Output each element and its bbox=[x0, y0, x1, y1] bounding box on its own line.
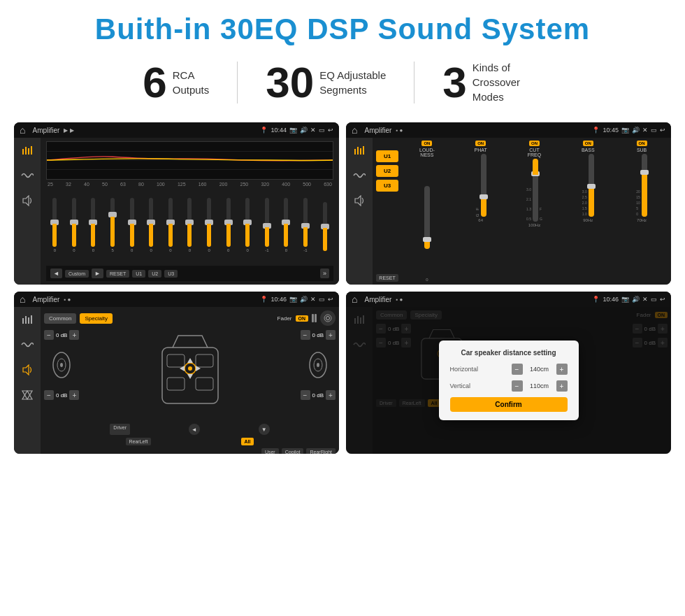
xover-controls-area: ON LOUD-NESS 0 ON PHAT G F bbox=[401, 141, 668, 282]
fader-home-icon: ⌂ bbox=[20, 294, 25, 305]
fader-slider-mini bbox=[312, 314, 317, 322]
dialog-horizontal-plus[interactable]: + bbox=[556, 364, 568, 375]
eq-slider-4[interactable]: 5 bbox=[110, 198, 115, 252]
eq-slider-13[interactable]: 0 bbox=[284, 198, 288, 252]
stat-crossover: 3 Kinds ofCrossover Modes bbox=[414, 60, 570, 104]
fader-on-btn[interactable]: ON bbox=[296, 315, 309, 322]
fader-screen-card: ⌂ Amplifier ▪ ● 📍 10:46 📷 🔊 ✕ ▭ ↩ bbox=[14, 292, 339, 454]
fader-specialty-tab[interactable]: Specialty bbox=[80, 313, 112, 324]
fader-right-bottom-val: 0 dB bbox=[312, 392, 324, 399]
fader-right-bottom-minus[interactable]: − bbox=[301, 390, 310, 400]
fader-rearright-btn[interactable]: RearRight bbox=[306, 448, 336, 454]
fader-sidebar-eq-icon[interactable] bbox=[19, 313, 36, 327]
fader-right-bottom-plus[interactable]: + bbox=[326, 390, 336, 400]
eq-slider-3[interactable]: 0 bbox=[91, 198, 95, 252]
fader-left-top-minus[interactable]: − bbox=[44, 330, 54, 340]
dialog-horizontal-label: Horizontal bbox=[450, 366, 479, 373]
xover-sidebar-eq-icon[interactable] bbox=[351, 143, 368, 157]
eq-slider-6[interactable]: 0 bbox=[149, 198, 153, 252]
dialog-horizontal-value: 140cm bbox=[526, 366, 554, 373]
eq-slider-11[interactable]: 0 bbox=[245, 198, 250, 252]
fader-right-top-plus[interactable]: + bbox=[326, 330, 336, 340]
fader-right-top-minus[interactable]: − bbox=[301, 330, 310, 340]
dist-vol-icon: 🔊 bbox=[632, 296, 640, 303]
dialog-horizontal-control: − 140cm + bbox=[512, 364, 568, 375]
xover-phat-on[interactable]: ON bbox=[475, 141, 486, 146]
eq-next-btn[interactable]: ► bbox=[92, 268, 103, 278]
dialog-horizontal-row: Horizontal − 140cm + bbox=[450, 364, 568, 375]
xover-u1-btn[interactable]: U1 bbox=[376, 150, 398, 162]
crossover-screen-card: ⌂ Amplifier ▪ ● 📍 10:45 📷 🔊 ✕ ▭ ↩ bbox=[346, 122, 671, 285]
fader-common-tab[interactable]: Common bbox=[44, 313, 76, 324]
eq-slider-10[interactable]: 0 bbox=[226, 198, 231, 252]
fader-copilot-btn[interactable]: Copilot bbox=[282, 448, 304, 454]
eq-cam-icon: 📷 bbox=[289, 127, 297, 134]
eq-u2-btn[interactable]: U2 bbox=[148, 270, 161, 278]
eq-slider-14[interactable]: -1 bbox=[303, 198, 308, 252]
eq-reset-btn[interactable]: RESET bbox=[106, 270, 129, 278]
xover-cutfreq-on[interactable]: ON bbox=[529, 141, 540, 146]
fader-left-bottom-minus[interactable]: − bbox=[44, 390, 54, 400]
fader-rec-icon: ▪ ● bbox=[64, 296, 71, 303]
dist-x-icon: ✕ bbox=[642, 296, 648, 303]
fader-settings-icon[interactable] bbox=[320, 310, 336, 326]
eq-prev-btn[interactable]: ◄ bbox=[50, 268, 62, 278]
xover-u3-btn[interactable]: U3 bbox=[376, 180, 398, 192]
eq-slider-2[interactable]: 0 bbox=[72, 198, 76, 252]
fader-sidebar-arrow-icon[interactable] bbox=[19, 388, 36, 402]
fader-left-col: − 0 dB + − bbox=[44, 330, 79, 400]
xover-sidebar-speaker-icon[interactable] bbox=[351, 194, 368, 208]
svg-rect-9 bbox=[357, 147, 359, 155]
fader-rearleft-btn[interactable]: RearLeft bbox=[126, 438, 152, 445]
eq-slider-5[interactable]: 0 bbox=[130, 198, 134, 252]
xover-sidebar-wave-icon[interactable] bbox=[351, 169, 368, 182]
fader-left-bottom-plus[interactable]: + bbox=[69, 390, 79, 400]
eq-freq-labels: 253240506380100125160200250320400500630 bbox=[46, 182, 333, 187]
xover-loudness-on[interactable]: ON bbox=[421, 141, 432, 146]
fader-status-icons: 📍 10:46 📷 🔊 ✕ ▭ ↩ bbox=[260, 296, 333, 303]
dialog-vertical-minus[interactable]: − bbox=[512, 380, 523, 392]
svg-marker-17 bbox=[23, 365, 29, 375]
svg-marker-32 bbox=[187, 358, 193, 363]
eq-slider-9[interactable]: 0 bbox=[207, 198, 211, 252]
stat-eq-number: 30 bbox=[266, 61, 314, 104]
dialog-horizontal-minus[interactable]: − bbox=[512, 364, 523, 375]
fader-down-arrow[interactable]: ▼ bbox=[259, 424, 270, 435]
eq-u3-btn[interactable]: U3 bbox=[164, 270, 178, 278]
eq-slider-1[interactable]: 0 bbox=[52, 198, 57, 252]
eq-curve-area bbox=[46, 141, 333, 180]
fader-right-col: − 0 dB + − bbox=[301, 330, 336, 400]
xover-reset-btn[interactable]: RESET bbox=[376, 274, 398, 282]
fader-driver-btn[interactable]: Driver bbox=[110, 424, 130, 435]
xover-status-bar: ⌂ Amplifier ▪ ● 📍 10:45 📷 🔊 ✕ ▭ ↩ bbox=[346, 122, 671, 138]
dialog-confirm-button[interactable]: Confirm bbox=[450, 397, 568, 412]
eq-sidebar-speaker-icon[interactable] bbox=[19, 194, 36, 208]
fader-sidebar-wave-icon[interactable] bbox=[19, 338, 36, 352]
svg-rect-13 bbox=[22, 318, 24, 324]
xover-u2-btn[interactable]: U2 bbox=[376, 165, 398, 177]
fader-left-arrow[interactable]: ◄ bbox=[189, 424, 200, 435]
eq-preset-label: Custom bbox=[65, 270, 89, 278]
eq-slider-8[interactable]: 0 bbox=[187, 198, 192, 252]
xover-bass-label: BASS bbox=[582, 148, 595, 152]
fader-all-btn[interactable]: All bbox=[241, 438, 254, 445]
fader-sidebar-speaker-icon[interactable] bbox=[19, 363, 36, 377]
eq-sidebar-wave-icon[interactable] bbox=[19, 169, 36, 182]
eq-slider-7[interactable]: 0 bbox=[168, 198, 173, 252]
stat-eq-label: EQ AdjustableSegments bbox=[319, 68, 386, 97]
svg-rect-2 bbox=[28, 148, 29, 155]
xover-bass-on[interactable]: ON bbox=[583, 141, 593, 146]
fader-left-speaker-icon bbox=[44, 344, 79, 386]
eq-slider-12[interactable]: -1 bbox=[265, 198, 269, 252]
eq-slider-15[interactable] bbox=[323, 202, 327, 252]
fader-left-top-plus[interactable]: + bbox=[69, 330, 79, 340]
fader-user-btn[interactable]: User bbox=[261, 448, 279, 454]
fader-label: Fader bbox=[277, 315, 292, 322]
eq-u1-btn[interactable]: U1 bbox=[132, 270, 145, 278]
xover-phat-channel: ON PHAT G F 64 bbox=[455, 141, 507, 282]
fader-x-icon: ✕ bbox=[310, 296, 316, 303]
eq-expand-btn[interactable]: » bbox=[320, 268, 329, 278]
eq-sidebar-eq-icon[interactable] bbox=[19, 143, 36, 157]
dialog-vertical-plus[interactable]: + bbox=[556, 380, 568, 392]
xover-sub-on[interactable]: ON bbox=[637, 141, 647, 146]
